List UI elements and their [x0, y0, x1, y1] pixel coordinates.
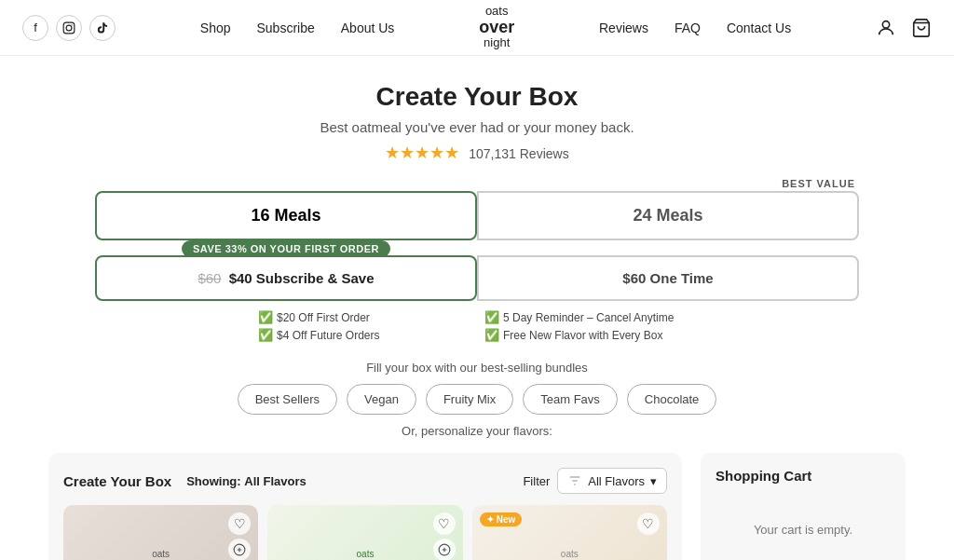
16-meals-button[interactable]: 16 Meals — [95, 191, 477, 240]
cart-empty-message: Your cart is empty. — [716, 495, 891, 560]
svg-rect-0 — [63, 22, 75, 34]
review-count: 107,131 Reviews — [469, 146, 568, 161]
bundle-vegan[interactable]: Vegan — [347, 384, 416, 415]
check-icon-1: ✅ — [258, 310, 273, 324]
main-content: Create Your Box Showing: All Flavors Fil… — [30, 453, 924, 560]
create-box-header: Create Your Box Showing: All Flavors Fil… — [63, 468, 667, 494]
nav-about[interactable]: About Us — [341, 20, 395, 35]
filter-dropdown[interactable]: All Flavors ▾ — [557, 468, 667, 494]
check-icon-3: ✅ — [258, 328, 273, 342]
nav-account-cart — [876, 18, 932, 38]
bundle-team-favs[interactable]: Team Favs — [523, 384, 618, 415]
bundle-label: Fill your box with our best-selling bund… — [19, 361, 935, 375]
nav-logo: oats over night — [479, 5, 514, 49]
shopping-cart-section: Shopping Cart Your cart is empty. — [701, 453, 906, 560]
bundle-chocolate[interactable]: Chocolate — [627, 384, 717, 415]
cart-title: Shopping Cart — [716, 468, 891, 484]
check-icon-4: ✅ — [484, 328, 499, 342]
product-2-logo: oatsovernight — [349, 549, 381, 560]
create-box-section: Create Your Box Showing: All Flavors Fil… — [48, 453, 682, 560]
perk-4: ✅ Free New Flavor with Every Box — [484, 328, 696, 342]
nav-right-links: Reviews FAQ Contact Us — [599, 20, 791, 35]
bundle-best-sellers[interactable]: Best Sellers — [238, 384, 337, 415]
perk-3: ✅ $4 Off Future Orders — [258, 328, 470, 342]
product-3-logo: oatsovernight — [553, 549, 585, 560]
perk-1: ✅ $20 Off First Order — [258, 310, 470, 324]
account-icon[interactable] — [876, 18, 896, 38]
24-meals-button[interactable]: 24 Meals — [477, 191, 859, 240]
product-3-favorite[interactable]: ♡ — [637, 512, 660, 535]
create-box-title: Create Your Box — [63, 473, 171, 489]
product-grid: ♡ oatsovernight ♡ oatsovernight — [63, 505, 667, 560]
filter-label: Filter — [523, 474, 550, 488]
best-value-label: BEST VALUE — [95, 178, 859, 189]
product-card-3: ✦New ♡ oatsovernight — [472, 505, 667, 560]
product-card-1: ♡ oatsovernight — [63, 505, 258, 560]
product-1-add[interactable] — [228, 539, 251, 560]
product-1-favorite[interactable]: ♡ — [228, 512, 251, 535]
meal-buttons: 16 Meals 24 Meals — [95, 191, 859, 240]
personalize-text: Or, personalize your flavors: — [19, 424, 935, 438]
filter-icon — [567, 473, 582, 488]
nav-subscribe[interactable]: Subscribe — [257, 20, 315, 35]
nav: f Shop Subscribe About Us oats over nigh… — [0, 0, 954, 56]
product-2-add[interactable] — [433, 539, 456, 560]
original-price: $60 — [198, 270, 221, 286]
new-badge: ✦New — [480, 512, 523, 526]
nav-links: Shop Subscribe About Us — [200, 20, 395, 35]
page-title: Create Your Box — [19, 82, 935, 112]
save-badge: SAVE 33% ON YOUR FIRST ORDER — [182, 240, 390, 257]
cart-icon[interactable] — [911, 18, 932, 38]
pricing-section: SAVE 33% ON YOUR FIRST ORDER $60 $40 Sub… — [76, 250, 878, 342]
one-time-price-button[interactable]: $60 One Time — [477, 255, 859, 301]
instagram-icon[interactable] — [56, 15, 82, 41]
showing-label: Showing: All Flavors — [186, 474, 307, 488]
bundle-fruity-mix[interactable]: Fruity Mix — [426, 384, 513, 415]
svg-point-3 — [882, 20, 889, 27]
chevron-down-icon: ▾ — [650, 474, 657, 488]
bundle-buttons: Best Sellers Vegan Fruity Mix Team Favs … — [19, 384, 935, 415]
hero-subtitle: Best oatmeal you've ever had or your mon… — [19, 119, 935, 135]
filter-value: All Flavors — [588, 474, 645, 488]
subscribe-price-button[interactable]: $60 $40 Subscribe & Save — [95, 255, 477, 301]
filter-section: Filter All Flavors ▾ — [523, 468, 667, 494]
product-1-logo: oatsovernight — [145, 549, 177, 560]
bundle-section: Fill your box with our best-selling bund… — [0, 361, 954, 438]
check-icon-2: ✅ — [484, 310, 499, 324]
hero-section: Create Your Box Best oatmeal you've ever… — [0, 56, 954, 178]
nav-faq[interactable]: FAQ — [675, 20, 701, 35]
nav-reviews[interactable]: Reviews — [599, 20, 648, 35]
subscribe-price-wrapper: SAVE 33% ON YOUR FIRST ORDER $60 $40 Sub… — [95, 250, 477, 301]
product-card-2: ♡ oatsovernight — [267, 505, 462, 560]
meal-options: BEST VALUE 16 Meals 24 Meals — [76, 178, 878, 240]
nav-contact[interactable]: Contact Us — [727, 20, 791, 35]
product-2-favorite[interactable]: ♡ — [433, 512, 456, 535]
nav-shop[interactable]: Shop — [200, 20, 231, 35]
svg-point-2 — [72, 24, 73, 25]
subscribe-price: $40 Subscribe & Save — [229, 270, 375, 286]
star-rating: ★★★★★ — [385, 143, 459, 162]
perk-2: ✅ 5 Day Reminder – Cancel Anytime — [484, 310, 696, 324]
social-links: f — [22, 15, 116, 41]
facebook-icon[interactable]: f — [22, 15, 48, 41]
tiktok-icon[interactable] — [89, 15, 116, 41]
perks-list: ✅ $20 Off First Order ✅ 5 Day Reminder –… — [239, 310, 715, 342]
svg-point-1 — [66, 25, 72, 31]
